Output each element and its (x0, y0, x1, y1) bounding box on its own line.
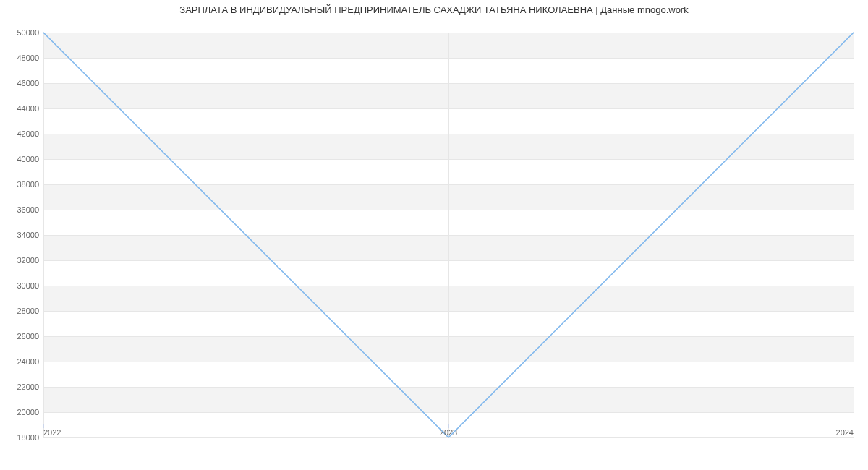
line-series-layer (43, 33, 854, 437)
y-tick-label: 32000 (3, 256, 39, 265)
y-tick-label: 34000 (3, 231, 39, 239)
y-tick-label: 24000 (3, 357, 39, 366)
y-tick-label: 48000 (3, 54, 39, 62)
x-tick-label: 2022 (43, 428, 61, 437)
chart-title: ЗАРПЛАТА В ИНДИВИДУАЛЬНЫЙ ПРЕДПРИНИМАТЕЛ… (0, 4, 868, 15)
y-tick-label: 44000 (3, 104, 39, 113)
y-tick-label: 28000 (3, 307, 39, 315)
y-tick-label: 18000 (3, 433, 39, 442)
y-tick-label: 20000 (3, 408, 39, 416)
x-tick-label: 2023 (440, 428, 457, 437)
y-tick-label: 36000 (3, 205, 39, 214)
y-tick-label: 40000 (3, 155, 39, 163)
x-axis: 202220232024 (43, 424, 854, 438)
y-tick-label: 26000 (3, 332, 39, 341)
x-gridline (854, 33, 854, 437)
y-tick-label: 42000 (3, 129, 39, 138)
x-tick-label: 2024 (836, 428, 854, 437)
y-tick-label: 38000 (3, 180, 39, 189)
chart-container: ЗАРПЛАТА В ИНДИВИДУАЛЬНЫЙ ПРЕДПРИНИМАТЕЛ… (0, 0, 868, 470)
plot-area: 202220232024 (43, 33, 854, 438)
y-tick-label: 30000 (3, 281, 39, 290)
y-tick-label: 22000 (3, 383, 39, 391)
x-tick (854, 424, 854, 428)
y-tick-label: 46000 (3, 79, 39, 87)
series-line (43, 33, 854, 437)
y-tick-label: 50000 (3, 28, 39, 37)
